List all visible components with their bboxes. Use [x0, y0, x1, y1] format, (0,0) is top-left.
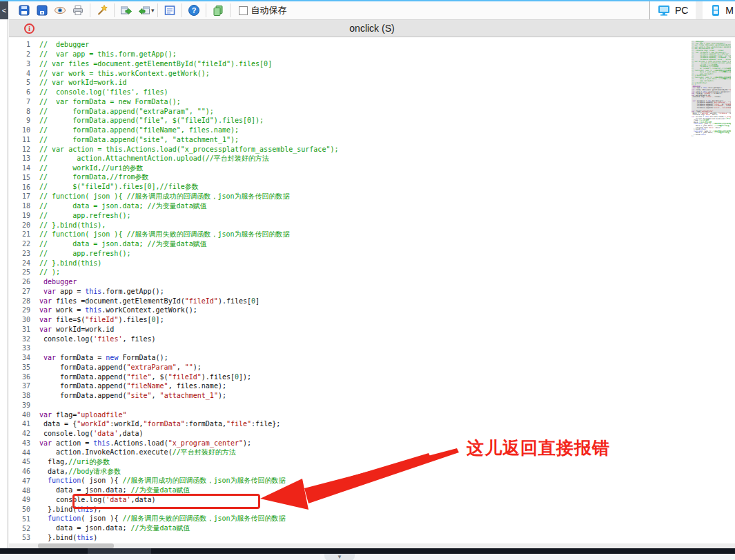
code-minimap[interactable]: // debugger// var app = this.form.getApp… [692, 41, 731, 139]
code-line[interactable]: 5// var workId=work.id [9, 78, 338, 88]
horizontal-scrollbar-thumb[interactable] [38, 543, 114, 548]
import-dropdown-caret-icon[interactable]: ▾ [151, 7, 155, 14]
code-line[interactable]: 51 function( json ){ //服务调用失败的回调函数，json为… [9, 514, 338, 524]
code-line[interactable]: 50 }.bind(this), [9, 505, 338, 514]
code-line[interactable]: 49 console.log('data',data) [9, 495, 338, 505]
code-editor[interactable]: 1// debugger2// var app = this.form.getA… [9, 38, 735, 548]
line-code: function( json ){ //服务调用失败的回调函数，json为服务传… [39, 514, 286, 523]
code-line[interactable]: 53 }.bind(this) [9, 533, 338, 543]
code-line[interactable]: 21// function( json ){ //服务调用失败的回调函数，jso… [9, 230, 338, 239]
collapse-panel-button[interactable]: < [0, 1, 8, 19]
code-line[interactable]: 31var workId=work.id [9, 325, 338, 334]
code-line[interactable]: 48 data = json.data; //为变量data赋值 [9, 486, 338, 495]
export-icon[interactable] [117, 3, 135, 18]
code-line[interactable]: 17// function( json ){ //服务调用成功的回调函数，jso… [9, 192, 338, 201]
code-line[interactable]: 1// debugger [9, 40, 338, 50]
code-line[interactable]: 38 formData.append("site", "attachment_1… [9, 391, 338, 401]
code-line[interactable]: 23// app.refresh(); [9, 249, 338, 259]
line-code: formData.append("site", "attachment_1"); [39, 392, 226, 399]
code-line[interactable]: 33 [9, 343, 338, 353]
code-line[interactable]: 15// formData,//from参数 [9, 173, 338, 183]
code-line[interactable]: 8// formData.append("extraParam", ""); [9, 106, 338, 116]
collapse-drawer-handle[interactable]: ▼ [324, 554, 355, 560]
code-line[interactable]: 16// $("fileId").files[0],//file参数 [9, 182, 338, 192]
line-code: // function( json ){ //服务调用成功的回调函数，json为… [39, 192, 290, 201]
code-line[interactable]: 52 data = json.data; //为变量data赋值 [9, 523, 338, 533]
code-line[interactable]: 34 var formData = new FormData(); [9, 353, 338, 363]
line-code: flag,//uri的参数 [39, 457, 110, 467]
code-line[interactable]: 14// workId,//uri的参数 [9, 163, 338, 173]
line-number: 33 [9, 344, 39, 352]
line-code: }.bind(this), [39, 506, 101, 513]
code-line[interactable]: 35 formData.append("extraParam", ""); [9, 363, 338, 372]
copy-icon[interactable] [209, 3, 227, 18]
code-line[interactable]: 39 [9, 401, 338, 410]
line-code: var workId=work.id [39, 326, 114, 333]
line-number: 34 [9, 354, 39, 361]
help-icon[interactable]: ? [185, 3, 203, 18]
code-line[interactable]: 22// data = json.data; //为变量data赋值 [9, 239, 338, 249]
save-as-icon[interactable] [33, 3, 51, 18]
code-line[interactable]: 41 data = {"workId":workId,"formData":fo… [9, 419, 338, 429]
code-line[interactable]: 11// formData.append("site", "attachment… [9, 135, 338, 145]
code-line[interactable]: 24// }.bind(this) [9, 258, 338, 268]
code-line[interactable]: 7// var formData = new FormData(); [9, 97, 338, 107]
toolbar-separator [230, 3, 231, 17]
code-line[interactable]: 44 action.InvokeAction.execute(//平台封装好的方… [9, 448, 338, 457]
line-code: function( json ){ //服务调用成功的回调函数，json为服务传… [39, 476, 286, 486]
code-line[interactable]: 37 formData.append("fileName", files.nam… [9, 381, 338, 391]
autosave-checkbox[interactable] [239, 6, 248, 15]
autosave-toggle[interactable]: 自动保存 [239, 4, 287, 17]
device-pc-label: PC [675, 5, 688, 16]
code-line[interactable]: 46 data,//body请求参数 [9, 467, 338, 477]
line-code: // }.bind(this) [39, 259, 101, 267]
preview-icon[interactable] [51, 3, 69, 18]
code-line[interactable]: 36 formData.append("file", $("fileId").f… [9, 372, 338, 381]
code-line[interactable]: 19// app.refresh(); [9, 211, 338, 221]
save-icon[interactable] [15, 3, 33, 18]
code-line[interactable]: 45 flag,//uri的参数 [9, 457, 338, 467]
bottom-scroll-track[interactable] [0, 548, 735, 554]
code-line[interactable]: 26 debugger [9, 277, 338, 287]
device-pc-button[interactable]: PC [649, 1, 696, 19]
code-line[interactable]: 20// }.bind(this), [9, 220, 338, 230]
script-wizard-icon[interactable] [93, 3, 111, 18]
code-line[interactable]: 2// var app = this.form.getApp(); [9, 50, 338, 59]
line-number: 45 [9, 458, 39, 466]
line-number: 40 [9, 411, 39, 419]
code-line[interactable]: 12// var action = this.Actions.load("x_p… [9, 144, 338, 154]
code-line[interactable]: 27 var app = this.form.getApp(); [9, 287, 338, 297]
code-line[interactable]: 6// console.log('files', files) [9, 88, 338, 97]
code-line[interactable]: 25// ); [9, 268, 338, 277]
line-code: var file=$("fileId").files[0]; [39, 316, 164, 323]
device-switch: PC M [649, 1, 735, 19]
code-line[interactable]: 43var action = this.Actions.load("x_prog… [9, 439, 338, 448]
line-code: data = {"workId":workId,"formData":formD… [39, 420, 280, 428]
error-info-icon[interactable]: i [24, 23, 35, 34]
code-line[interactable]: 40var flag="uploadfile" [9, 410, 338, 419]
code-line[interactable]: 29var work = this.workContext.getWork(); [9, 306, 338, 315]
horizontal-scrollbar[interactable] [9, 543, 735, 548]
print-icon[interactable] [69, 3, 87, 18]
code-line[interactable]: 42 console.log('data',data) [9, 429, 338, 439]
code-line[interactable]: 18// data = json.data; //为变量data赋值 [9, 201, 338, 211]
code-line[interactable]: 3// var files =document.getElementById("… [9, 59, 338, 69]
line-code: formData.append("file", $("fileId").file… [39, 373, 251, 381]
line-number: 48 [9, 487, 39, 494]
bottom-scroll-thumb[interactable] [88, 548, 151, 554]
toolbar-separator [114, 3, 115, 17]
code-line[interactable]: 28var files =document.getElementById("fi… [9, 296, 338, 306]
code-line[interactable]: 9// formData.append("file", $("fileId").… [9, 116, 338, 126]
device-mobile-button[interactable]: M [703, 1, 735, 19]
line-number: 36 [9, 373, 39, 381]
titlebar: i onclick (S) [9, 20, 735, 37]
code-line[interactable]: 4// var work = this.workContext.getWork(… [9, 68, 338, 78]
code-line[interactable]: 10// formData.append("fileName", files.n… [9, 126, 338, 135]
line-code: // formData,//from参数 [39, 172, 148, 182]
form-properties-icon[interactable] [161, 3, 179, 18]
code-line[interactable]: 30var file=$("fileId").files[0]; [9, 315, 338, 325]
code-line[interactable]: 13// action.AttachmentAction.upload(//平台… [9, 154, 338, 163]
code-line[interactable]: 32 console.log('files', files) [9, 334, 338, 343]
code-line[interactable]: 47 function( json ){ //服务调用成功的回调函数，json为… [9, 477, 338, 486]
line-code: // app.refresh(); [39, 212, 130, 219]
